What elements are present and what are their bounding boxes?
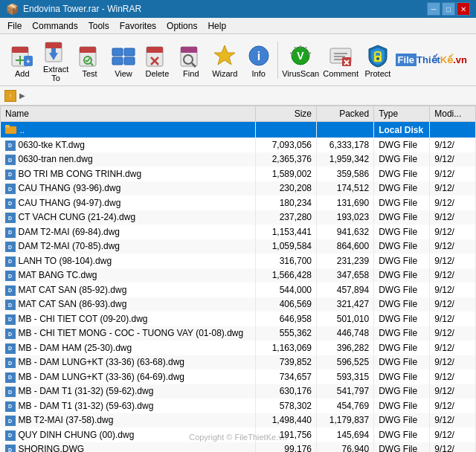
table-row[interactable]: DQUY DINH CHUNG (00).dwg191,756145,694DW… — [1, 427, 476, 442]
file-modified-cell: 9/12/ — [430, 384, 476, 399]
svg-rect-19 — [124, 57, 135, 65]
file-type-cell: DWG File — [374, 340, 430, 355]
file-name-cell: DMB T2-MAI (37-58).dwg — [1, 413, 256, 428]
comment-button[interactable]: Comment — [321, 38, 360, 83]
file-size-cell: 1,566,428 — [255, 268, 316, 283]
title-controls: ─ □ ✕ — [427, 2, 470, 16]
col-packed[interactable]: Packed — [317, 106, 374, 122]
file-name-cell: DCAU THANG (94-97).dwg — [1, 196, 256, 210]
view-button[interactable]: View — [107, 38, 139, 83]
table-row[interactable]: DMAT BANG TC.dwg1,566,428347,658DWG File… — [1, 268, 476, 283]
file-name-text: MAT CAT SAN (85-92).dwg — [19, 285, 127, 295]
file-name-text: MB - DAM LUNG+KT (33-36) (63-68).dwg — [19, 357, 185, 367]
svg-text:V: V — [298, 50, 305, 62]
svg-text:+: + — [26, 58, 30, 65]
logo-ke-text: Kế — [440, 54, 453, 65]
file-modified-cell: 9/12/ — [430, 152, 476, 167]
file-type-cell: Local Disk — [374, 122, 430, 138]
svg-rect-16 — [112, 48, 123, 56]
table-row[interactable]: DMB - DAM T1 (31-32) (59-62).dwg630,1765… — [1, 384, 476, 399]
menu-options[interactable]: Options — [162, 19, 202, 33]
maximize-button[interactable]: □ — [442, 2, 455, 16]
dwg-file-icon: D — [5, 415, 16, 427]
logo-vn-text: .vn — [453, 54, 467, 65]
info-icon: i — [247, 44, 271, 68]
extract-to-button[interactable]: Extract To — [39, 38, 71, 83]
table-row[interactable]: DMB - DAM LUNG+KT (33-36) (64-69).dwg734… — [1, 369, 476, 384]
menu-file[interactable]: File — [3, 19, 26, 33]
table-row[interactable]: D0630-tke KT.dwg7,093,0566,333,178DWG Fi… — [1, 138, 476, 152]
file-type-cell: DWG File — [374, 181, 430, 196]
table-row[interactable]: DCAU THANG (94-97).dwg180,234131,690DWG … — [1, 196, 476, 210]
svg-rect-11 — [80, 47, 96, 53]
file-size-cell: 1,498,440 — [255, 413, 316, 428]
table-row[interactable]: DMB - DAM T1 (31-32) (59-63).dwg578,3024… — [1, 398, 476, 413]
file-modified-cell: 9/12/ — [430, 442, 476, 453]
up-button[interactable]: ↑ — [4, 90, 16, 102]
file-name-text: MB - DAM T1 (31-32) (59-63).dwg — [19, 401, 154, 411]
table-row[interactable]: DSHORING.DWG99,17676,940DWG File9/12/ — [1, 442, 476, 453]
menu-tools[interactable]: Tools — [84, 19, 114, 33]
delete-button[interactable]: Delete — [141, 38, 173, 83]
table-row[interactable]: DMB - DAM LUNG+KT (33-36) (63-68).dwg739… — [1, 355, 476, 370]
dwg-file-icon: D — [5, 429, 16, 441]
file-packed-cell: 6,333,178 — [317, 138, 374, 152]
menu-commands[interactable]: Commands — [28, 19, 82, 33]
view-icon — [112, 44, 135, 68]
col-type[interactable]: Type — [374, 106, 430, 122]
table-row[interactable]: DCT VACH CUNG (21-24).dwg237,280193,023D… — [1, 210, 476, 225]
logo-thiet-text: Thiết — [416, 54, 440, 65]
wizard-button[interactable]: Wizard — [209, 38, 241, 83]
table-row[interactable]: DMAT CAT SAN (86-93).dwg406,569321,427DW… — [1, 297, 476, 312]
file-modified-cell: 9/12/ — [430, 398, 476, 413]
table-row[interactable]: DMB - CHI TIET MONG - COC - TUONG VAY (0… — [1, 326, 476, 341]
table-row[interactable]: D0630-tran nen.dwg2,365,3761,959,342DWG … — [1, 152, 476, 167]
table-row[interactable]: ..Local Disk — [1, 122, 476, 138]
file-name-text: CAU THANG (94-97).dwg — [19, 198, 121, 208]
find-button[interactable]: Find — [175, 38, 207, 83]
file-packed-cell: 941,632 — [317, 225, 374, 239]
table-row[interactable]: DMB - CHI TIET COT (09-20).dwg646,958501… — [1, 311, 476, 326]
svg-rect-21 — [147, 47, 163, 53]
test-button[interactable]: Test — [74, 38, 106, 83]
file-packed-cell: 596,525 — [317, 355, 374, 370]
menu-favorites[interactable]: Favorites — [115, 19, 161, 33]
table-row[interactable]: DDAM T2-MAI (69-84).dwg1,153,441941,632D… — [1, 225, 476, 239]
close-button[interactable]: ✕ — [457, 2, 470, 16]
dwg-file-icon: D — [5, 226, 16, 238]
table-row[interactable]: DMAT CAT SAN (85-92).dwg544,000457,894DW… — [1, 282, 476, 297]
file-name-cell: DMB - DAM LUNG+KT (33-36) (63-68).dwg — [1, 355, 256, 370]
file-name-text: CAU THANG (93-96).dwg — [19, 183, 121, 193]
file-modified-cell: 9/12/ — [430, 225, 476, 239]
virusscan-button[interactable]: V VirusScan — [281, 38, 320, 83]
column-header-row: Name Size Packed Type Modi... — [1, 106, 476, 122]
dwg-file-icon: D — [5, 313, 16, 325]
table-row[interactable]: DCAU THANG (93-96).dwg230,208174,512DWG … — [1, 181, 476, 196]
svg-rect-1 — [12, 47, 28, 53]
file-type-cell: DWG File — [374, 442, 430, 453]
table-row[interactable]: DBO TRI MB CONG TRINH.dwg1,589,002359,58… — [1, 167, 476, 181]
wizard-label: Wizard — [212, 69, 237, 78]
menu-bar: File Commands Tools Favorites Options He… — [0, 18, 476, 34]
extract-icon — [44, 39, 68, 63]
file-modified-cell: 9/12/ — [430, 268, 476, 283]
protect-button[interactable]: Protect — [361, 38, 393, 83]
table-row[interactable]: DLANH TO (98-104).dwg316,700231,239DWG F… — [1, 254, 476, 268]
col-modified[interactable]: Modi... — [430, 106, 476, 122]
file-packed-cell: 593,315 — [317, 369, 374, 384]
dwg-file-icon: D — [5, 284, 16, 296]
file-size-cell: 237,280 — [255, 210, 316, 225]
minimize-button[interactable]: ─ — [427, 2, 440, 16]
table-row[interactable]: DMB T2-MAI (37-58).dwg1,498,4401,179,837… — [1, 413, 476, 428]
info-button[interactable]: i Info — [242, 38, 274, 83]
file-packed-cell — [317, 122, 374, 138]
col-name[interactable]: Name — [1, 106, 256, 122]
table-row[interactable]: DDAM T2-MAI (70-85).dwg1,059,584864,600D… — [1, 239, 476, 254]
add-button[interactable]: + Add — [6, 38, 38, 83]
file-modified-cell: 9/12/ — [430, 210, 476, 225]
col-size[interactable]: Size — [255, 106, 316, 122]
file-type-cell: DWG File — [374, 369, 430, 384]
table-row[interactable]: DMB - DAM HAM (25-30).dwg1,163,069396,28… — [1, 340, 476, 355]
file-packed-cell: 501,010 — [317, 311, 374, 326]
menu-help[interactable]: Help — [203, 19, 231, 33]
